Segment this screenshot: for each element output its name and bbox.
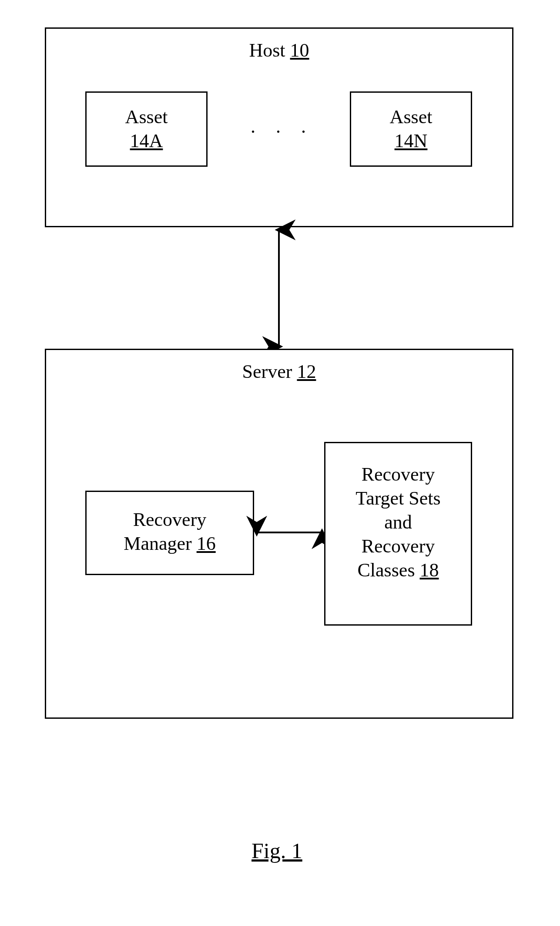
server-title-num: 12 xyxy=(297,361,316,382)
recovery-target-sets-box: Recovery Target Sets and Recovery Classe… xyxy=(324,442,472,626)
asset-14a-label: Asset 14A xyxy=(87,105,206,153)
host-title: Host 10 xyxy=(46,38,512,62)
asset-14n-box: Asset 14N xyxy=(350,91,472,167)
server-title: Server 12 xyxy=(46,360,512,384)
host-server-arrow xyxy=(272,227,285,349)
asset-14n-num: 14N xyxy=(395,130,428,152)
recovery-target-sets-num: 18 xyxy=(420,559,439,581)
asset-14a-box: Asset 14A xyxy=(85,91,208,167)
recovery-manager-label: Recovery Manager 16 xyxy=(87,508,253,556)
figure-caption: Fig. 1 xyxy=(251,838,302,863)
recovery-manager-num: 16 xyxy=(197,533,216,554)
recovery-target-sets-label: Recovery Target Sets and Recovery Classe… xyxy=(325,462,471,582)
recovery-manager-box: Recovery Manager 16 xyxy=(85,491,254,575)
host-title-text: Host xyxy=(249,40,290,61)
asset-14a-num: 14A xyxy=(130,130,163,152)
rm-rts-arrow xyxy=(254,526,325,539)
diagram-canvas: Host 10 Asset 14A . . . Asset 14N xyxy=(0,0,560,926)
server-title-text: Server xyxy=(242,361,297,382)
asset-ellipsis: . . . xyxy=(251,115,314,138)
asset-14n-label: Asset 14N xyxy=(351,105,471,153)
host-title-num: 10 xyxy=(290,40,309,61)
